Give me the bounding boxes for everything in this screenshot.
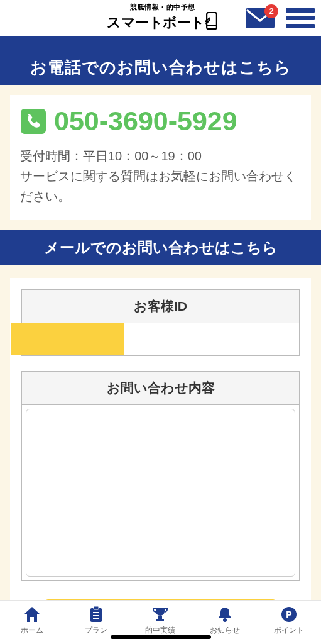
point-icon: P: [280, 606, 298, 623]
bell-icon: [215, 606, 234, 623]
phone-number-link[interactable]: 050-3690-5929: [20, 108, 301, 135]
cutoff-blue-bar: [0, 36, 321, 47]
bottom-nav: ホーム プラン 的中実績 お知らせ P ポイント: [0, 600, 321, 644]
nav-home[interactable]: ホーム: [0, 606, 64, 636]
phone-section-heading: お電話でのお問い合わせはこちら: [0, 47, 321, 85]
home-indicator: [111, 635, 211, 639]
svg-rect-5: [21, 109, 46, 134]
id-censor-overlay: [11, 323, 124, 355]
nav-plan[interactable]: プラン: [64, 606, 128, 636]
reception-hours: 受付時間：平日10：00～19：00 サービスに関する質問はお気軽にお問い合わせ…: [20, 146, 301, 206]
mail-section-heading: メールでのお問い合わせはこちら: [0, 230, 321, 265]
nav-results[interactable]: 的中実績: [128, 606, 192, 636]
phone-icon: [20, 108, 46, 135]
notification-badge: 2: [264, 4, 278, 18]
mail-form-section: お客様ID お問い合わせ内容: [0, 265, 321, 624]
clipboard-icon: [87, 606, 106, 623]
logo-main: スマートボート: [107, 12, 219, 33]
site-logo[interactable]: 競艇情報・的中予想 スマートボート: [107, 3, 219, 33]
trophy-icon: [151, 606, 170, 623]
logo-tagline: 競艇情報・的中予想: [130, 3, 195, 12]
customer-id-label: お客様ID: [21, 289, 300, 323]
phone-card: 050-3690-5929 受付時間：平日10：00～19：00 サービスに関す…: [10, 95, 311, 220]
nav-notice[interactable]: お知らせ: [193, 606, 257, 636]
phone-number-text: 050-3690-5929: [54, 108, 237, 135]
phone-section: 050-3690-5929 受付時間：平日10：00～19：00 サービスに関す…: [0, 85, 321, 230]
svg-rect-11: [158, 616, 162, 619]
svg-rect-12: [156, 619, 164, 621]
inquiry-textarea-wrap: [21, 405, 300, 581]
inquiry-content-label: お問い合わせ内容: [21, 371, 300, 405]
header-bar: 競艇情報・的中予想 スマートボート 2: [0, 0, 321, 36]
smartphone-icon: [205, 12, 219, 33]
home-icon: [23, 606, 41, 623]
svg-point-13: [223, 618, 227, 622]
svg-text:P: P: [286, 609, 291, 619]
mail-form-card: お客様ID お問い合わせ内容: [10, 278, 311, 624]
mail-button[interactable]: 2: [243, 6, 277, 31]
inquiry-textarea[interactable]: [26, 409, 295, 577]
svg-rect-7: [94, 606, 99, 609]
customer-id-field-row: [21, 323, 300, 356]
nav-point[interactable]: P ポイント: [257, 606, 321, 636]
menu-button[interactable]: [286, 6, 315, 31]
